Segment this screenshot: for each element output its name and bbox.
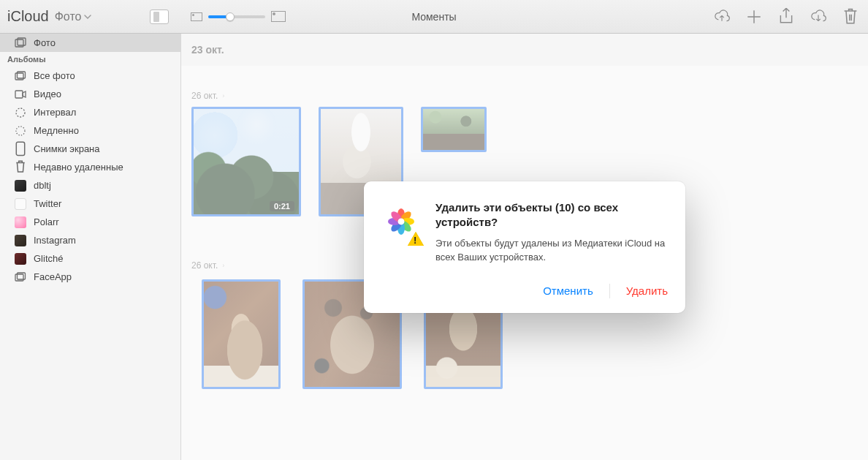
zoom-slider[interactable]	[208, 15, 265, 18]
sidebar-item-label: Instagram	[34, 235, 76, 246]
trash-icon[interactable]	[842, 9, 859, 25]
svg-rect-3	[18, 72, 26, 78]
sidebar-item-label: Интервал	[34, 107, 76, 118]
sidebar-item-label: Glitché	[34, 253, 63, 264]
sidebar-item-label: Фото	[34, 37, 56, 48]
sidebar-section-albums: Альбомы	[0, 52, 180, 67]
timelapse-icon	[15, 107, 26, 118]
album-swatch-icon	[15, 198, 26, 210]
svg-point-6	[16, 127, 25, 135]
sidebar-item-recently-deleted[interactable]: Недавно удаленные	[0, 158, 180, 176]
app-body: Фото Альбомы Все фото Видео Интервал Мед…	[0, 34, 868, 460]
album-swatch-icon	[15, 180, 26, 192]
add-icon[interactable]	[745, 9, 763, 25]
library-dropdown[interactable]: Фото	[55, 10, 92, 23]
video-icon	[15, 88, 26, 100]
zoom-in-thumb-icon[interactable]	[271, 11, 286, 22]
sidebar-item-timelapse[interactable]: Интервал	[0, 103, 180, 121]
app-title: iCloud	[7, 8, 49, 25]
sidebar-item-video[interactable]: Видео	[0, 85, 180, 103]
sidebar: Фото Альбомы Все фото Видео Интервал Мед…	[0, 34, 181, 460]
svg-rect-7	[16, 142, 24, 155]
toolbar: iCloud Фото Моменты	[0, 0, 868, 34]
zoom-out-thumb-icon[interactable]	[191, 12, 202, 21]
content-area: 23 окт. 26 окт. › 0:21 26 окт. ›	[181, 34, 868, 460]
sidebar-item-label: FaceApp	[34, 271, 72, 282]
sidebar-item-label: Все фото	[34, 70, 75, 81]
zoom-slider-group	[191, 11, 286, 22]
sidebar-item-label: Polarr	[34, 216, 59, 227]
sidebar-toggle-button[interactable]	[150, 10, 169, 24]
sidebar-item-album-glitche[interactable]: Glitché	[0, 249, 180, 268]
album-swatch-icon	[15, 235, 26, 246]
sidebar-item-album-dbltj[interactable]: dbltj	[0, 176, 180, 195]
dialog-actions: Отменить Удалить	[380, 284, 668, 298]
cloud-upload-icon[interactable]	[713, 9, 731, 25]
svg-point-5	[16, 108, 25, 117]
photos-app-icon	[380, 200, 422, 242]
share-icon[interactable]	[777, 9, 795, 25]
dialog-title: Удалить эти объекты (10) со всех устройс…	[435, 200, 668, 230]
sidebar-item-screenshots[interactable]: Снимки экрана	[0, 140, 180, 158]
chevron-down-icon	[84, 15, 91, 19]
library-dropdown-label: Фото	[55, 10, 82, 23]
sidebar-item-album-instagram[interactable]: Instagram	[0, 231, 180, 249]
cloud-download-icon[interactable]	[810, 9, 827, 25]
sidebar-item-label: Недавно удаленные	[34, 162, 123, 173]
trash-small-icon	[15, 162, 26, 173]
stack-icon	[15, 70, 26, 82]
sidebar-item-album-twitter[interactable]: Twitter	[0, 195, 180, 213]
view-title: Моменты	[411, 11, 456, 23]
warning-badge-icon	[408, 231, 424, 245]
sidebar-section-label: Альбомы	[7, 55, 46, 64]
svg-rect-4	[15, 91, 23, 98]
screenshot-icon	[15, 143, 26, 155]
delete-button[interactable]: Удалить	[626, 284, 668, 297]
sidebar-item-album-polarr[interactable]: Polarr	[0, 213, 180, 231]
sidebar-item-label: Медленно	[34, 125, 79, 136]
album-swatch-icon	[15, 216, 26, 228]
sidebar-item-label: Видео	[34, 88, 61, 99]
sidebar-item-album-faceapp[interactable]: FaceApp	[0, 268, 180, 286]
action-separator	[609, 284, 610, 298]
sidebar-item-label: Снимки экрана	[34, 143, 100, 154]
slomo-icon	[15, 125, 26, 137]
photos-collection-icon	[15, 37, 26, 49]
stack-icon	[15, 271, 26, 283]
delete-confirm-dialog: Удалить эти объекты (10) со всех устройс…	[364, 181, 685, 312]
sidebar-item-all-photos[interactable]: Все фото	[0, 67, 180, 85]
cancel-button[interactable]: Отменить	[543, 284, 593, 297]
sidebar-item-label: Twitter	[34, 198, 61, 209]
album-swatch-icon	[15, 253, 26, 265]
sidebar-item-photos[interactable]: Фото	[0, 34, 180, 52]
sidebar-item-label: dbltj	[34, 180, 51, 191]
dialog-message: Эти объекты будут удалены из Медиатеки i…	[435, 237, 668, 265]
svg-rect-2	[15, 73, 23, 80]
sidebar-item-slomo[interactable]: Медленно	[0, 121, 180, 140]
toolbar-right-tools	[713, 9, 859, 25]
app-title-group: iCloud Фото	[7, 8, 91, 25]
